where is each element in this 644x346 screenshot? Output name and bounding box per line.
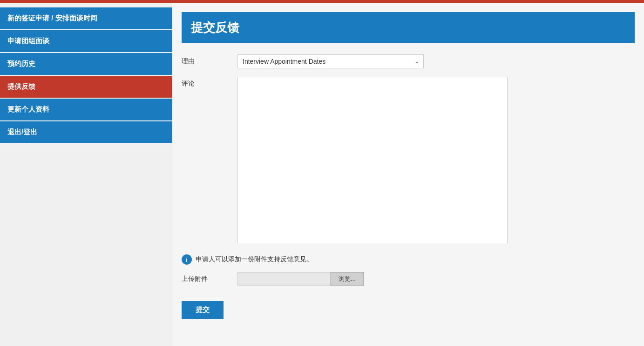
- reason-row: 理由 Interview Appointment Dates Visa Proc…: [182, 54, 635, 68]
- sidebar-item-new-visa[interactable]: 新的签证申请 / 安排面谈时间: [0, 7, 172, 29]
- sidebar-item-booking-history[interactable]: 预约历史: [0, 53, 172, 75]
- reason-label: 理由: [182, 54, 237, 66]
- sidebar: 新的签证申请 / 安排面谈时间 申请团组面谈 预约历史 提供反馈 更新个人资料 …: [0, 3, 172, 346]
- file-input-wrapper: 浏览...: [237, 272, 364, 286]
- sidebar-item-logout[interactable]: 退出/登出: [0, 121, 172, 143]
- comment-control: [237, 77, 635, 246]
- comment-row: 评论: [182, 77, 635, 246]
- submit-row: 提交: [182, 297, 635, 319]
- reason-select-wrapper: Interview Appointment Dates Visa Process…: [237, 54, 424, 68]
- browse-button[interactable]: 浏览...: [331, 272, 364, 286]
- submit-button[interactable]: 提交: [182, 301, 224, 319]
- sidebar-item-group-interview[interactable]: 申请团组面谈: [0, 30, 172, 52]
- feedback-form: 理由 Interview Appointment Dates Visa Proc…: [182, 54, 635, 319]
- reason-select[interactable]: Interview Appointment Dates Visa Process…: [237, 54, 424, 68]
- comment-textarea[interactable]: [237, 77, 508, 244]
- upload-row: 上传附件 浏览...: [182, 272, 635, 286]
- info-row: i 申请人可以添加一份附件支持反馈意见。: [182, 254, 635, 265]
- info-icon: i: [182, 254, 192, 265]
- file-path-input[interactable]: [237, 272, 331, 286]
- page-title: 提交反馈: [182, 12, 635, 43]
- sidebar-item-update-profile[interactable]: 更新个人资料: [0, 99, 172, 120]
- upload-label: 上传附件: [182, 275, 237, 283]
- comment-label: 评论: [182, 77, 237, 88]
- sidebar-item-provide-feedback[interactable]: 提供反馈: [0, 76, 172, 98]
- info-text: 申请人可以添加一份附件支持反馈意见。: [196, 255, 313, 264]
- reason-control: Interview Appointment Dates Visa Process…: [237, 54, 635, 68]
- main-content: 提交反馈 理由 Interview Appointment Dates Visa…: [172, 3, 644, 346]
